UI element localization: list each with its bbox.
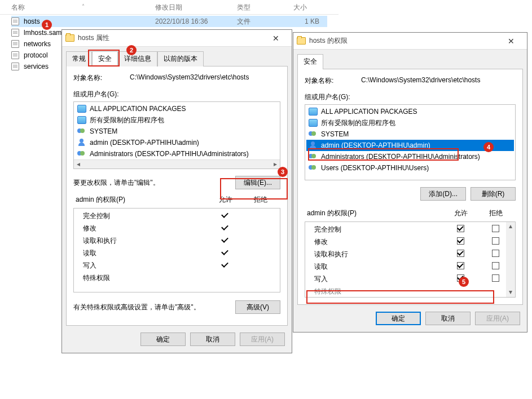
perm-name: 特殊权限 xyxy=(314,287,443,296)
check-icon xyxy=(221,236,229,244)
check-icon xyxy=(221,211,229,219)
allow-checkbox[interactable] xyxy=(457,250,464,257)
file-type: 文件 xyxy=(237,17,250,26)
edit-hint: 要更改权限，请单击"编辑"。 xyxy=(73,178,160,188)
col-deny: 拒绝 xyxy=(243,195,278,205)
tab-previous-versions[interactable]: 以前的版本 xyxy=(157,51,204,66)
apply-button[interactable]: 应用(A) xyxy=(475,312,520,325)
titlebar[interactable]: hosts 的权限 ✕ xyxy=(293,33,527,50)
permissions-dialog: hosts 的权限 ✕ 安全 对象名称: C:\Windows\System32… xyxy=(293,32,527,333)
perm-name: 读取 xyxy=(314,262,443,272)
deny-checkbox[interactable] xyxy=(492,250,499,257)
arrow-left-icon[interactable]: ◂ xyxy=(74,160,83,169)
close-button[interactable]: ✕ xyxy=(499,33,524,49)
package-icon xyxy=(77,116,86,124)
list-item[interactable]: Administrators (DESKTOP-APTHIHU\Administ… xyxy=(75,148,279,159)
explorer-columns: 名称 ˄ 修改日期 类型 大小 xyxy=(0,0,338,15)
arrow-right-icon[interactable]: ▸ xyxy=(271,160,280,169)
list-item[interactable]: admin (DESKTOP-APTHIHU\admin) xyxy=(75,137,279,148)
list-item[interactable]: SYSTEM xyxy=(75,126,279,137)
groups-listbox[interactable]: ALL APPLICATION PACKAGES 所有受限制的应用程序包 SYS… xyxy=(73,101,280,169)
perm-name: 写入 xyxy=(83,261,208,271)
col-deny: 拒绝 xyxy=(478,209,513,218)
file-icon xyxy=(11,17,19,25)
file-icon xyxy=(11,40,19,48)
col-name[interactable]: 名称 xyxy=(11,3,25,12)
tab-panel-security: 对象名称: C:\Windows\System32\drivers\etc\ho… xyxy=(66,66,288,326)
perm-name: 读取和执行 xyxy=(314,250,443,259)
list-item[interactable]: ALL APPLICATION PACKAGES xyxy=(306,106,514,117)
list-item-label: ALL APPLICATION PACKAGES xyxy=(321,108,417,116)
list-item[interactable]: 所有受限制的应用程序包 xyxy=(75,114,279,126)
sort-indicator-icon: ˄ xyxy=(82,3,85,10)
close-button[interactable]: ✕ xyxy=(263,30,288,46)
properties-dialog: hosts 属性 ✕ 常规 安全 详细信息 以前的版本 对象名称: C:\Win… xyxy=(61,29,292,353)
list-item[interactable]: Administrators (DESKTOP-APTHIHU\Administ… xyxy=(306,151,514,162)
tab-security[interactable]: 安全 xyxy=(92,51,118,66)
add-button[interactable]: 添加(D)... xyxy=(420,187,466,201)
group-icon xyxy=(309,153,318,161)
callout-badge-5: 5 xyxy=(459,277,469,287)
folder-icon xyxy=(297,37,306,45)
perm-name: 完全控制 xyxy=(314,225,443,234)
edit-button[interactable]: 编辑(E)... xyxy=(235,176,280,189)
perm-name: 完全控制 xyxy=(83,211,208,221)
list-item[interactable]: ALL APPLICATION PACKAGES xyxy=(75,103,279,114)
groups-listbox[interactable]: ALL APPLICATION PACKAGES 所有受限制的应用程序包 SYS… xyxy=(305,104,516,180)
arrow-down-icon[interactable]: ▾ xyxy=(506,288,515,297)
ok-button[interactable]: 确定 xyxy=(376,312,421,325)
col-size[interactable]: 大小 xyxy=(293,3,307,12)
tab-general[interactable]: 常规 xyxy=(66,51,92,66)
arrow-up-icon[interactable]: ▴ xyxy=(506,222,515,231)
perm-name: 修改 xyxy=(314,237,443,247)
col-allow: 允许 xyxy=(443,209,478,218)
perm-row: 特殊权限 xyxy=(76,272,278,284)
vertical-scrollbar[interactable]: ▴▾ xyxy=(506,222,515,297)
group-icon xyxy=(77,150,86,158)
list-item[interactable]: admin (DESKTOP-APTHIHU\admin) xyxy=(306,140,514,151)
list-item[interactable]: 所有受限制的应用程序包 xyxy=(306,117,514,128)
group-icon xyxy=(309,130,318,138)
allow-checkbox[interactable] xyxy=(457,262,464,269)
list-item-label: Administrators (DESKTOP-APTHIHU\Administ… xyxy=(90,150,249,158)
object-name-label: 对象名称: xyxy=(73,73,130,83)
allow-checkbox[interactable] xyxy=(457,225,464,232)
callout-badge-1: 1 xyxy=(42,20,52,30)
group-icon xyxy=(309,164,318,172)
perm-name: 读取 xyxy=(83,249,208,258)
col-date[interactable]: 修改日期 xyxy=(155,3,182,12)
package-icon xyxy=(309,119,318,127)
advanced-button[interactable]: 高级(V) xyxy=(235,300,280,314)
cancel-button[interactable]: 取消 xyxy=(190,333,235,346)
permissions-title: admin 的权限(P) xyxy=(76,195,208,205)
deny-checkbox[interactable] xyxy=(492,274,499,282)
col-type[interactable]: 类型 xyxy=(237,3,250,12)
remove-button[interactable]: 删除(R) xyxy=(471,187,516,201)
list-item-label: SYSTEM xyxy=(321,130,349,138)
window-title: hosts 属性 xyxy=(78,33,263,43)
ok-button[interactable]: 确定 xyxy=(140,333,186,346)
apply-button[interactable]: 应用(A) xyxy=(240,333,285,346)
deny-checkbox[interactable] xyxy=(492,262,499,269)
object-name-value: C:\Windows\System32\drivers\etc\hosts xyxy=(361,76,516,86)
list-item[interactable]: SYSTEM xyxy=(306,128,514,140)
callout-badge-4: 4 xyxy=(483,142,494,152)
list-item-label: 所有受限制的应用程序包 xyxy=(321,118,395,128)
tab-security[interactable]: 安全 xyxy=(297,54,323,69)
horizontal-scrollbar[interactable]: ◂▸ xyxy=(74,159,280,169)
perm-name: 特殊权限 xyxy=(83,273,208,283)
groups-label: 组或用户名(G): xyxy=(73,90,280,99)
list-item[interactable]: Users (DESKTOP-APTHIHU\Users) xyxy=(306,162,514,174)
perm-row: 特殊权限 xyxy=(307,285,513,298)
cancel-button[interactable]: 取消 xyxy=(425,312,471,325)
file-row[interactable]: hosts 2022/10/18 16:36 文件 1 KB xyxy=(11,16,327,27)
perm-row: 修改 xyxy=(307,236,513,248)
check-icon xyxy=(221,249,229,256)
allow-checkbox[interactable] xyxy=(457,237,464,245)
list-item-label: admin (DESKTOP-APTHIHU\admin) xyxy=(321,141,430,149)
tab-details[interactable]: 详细信息 xyxy=(118,51,157,66)
deny-checkbox[interactable] xyxy=(492,237,499,245)
titlebar[interactable]: hosts 属性 ✕ xyxy=(62,30,292,47)
deny-checkbox[interactable] xyxy=(492,225,499,232)
list-item-label: SYSTEM xyxy=(90,127,117,135)
